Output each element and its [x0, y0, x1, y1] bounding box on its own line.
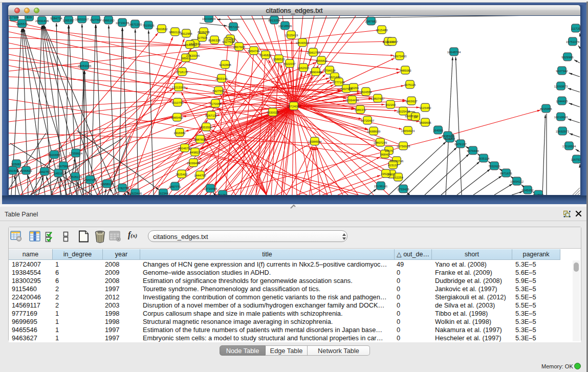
svg-text:14099489: 14099489	[187, 162, 201, 165]
svg-text:20975867: 20975867	[57, 165, 71, 168]
svg-text:19384554: 19384554	[308, 140, 322, 143]
svg-text:2020655: 2020655	[48, 154, 60, 157]
svg-text:12213369: 12213369	[172, 86, 186, 89]
svg-text:8990448: 8990448	[310, 71, 322, 74]
svg-text:11923446: 11923446	[128, 192, 142, 195]
svg-text:1588520: 1588520	[273, 58, 285, 61]
svg-text:7170064: 7170064	[209, 102, 222, 105]
svg-text:10807487: 10807487	[371, 97, 385, 100]
svg-text:7515526: 7515526	[142, 24, 155, 27]
svg-text:18724007: 18724007	[287, 105, 301, 108]
svg-text:7955812: 7955812	[315, 59, 328, 62]
svg-text:10958127: 10958127	[100, 183, 114, 186]
svg-text:9329966: 9329966	[561, 56, 574, 59]
svg-text:2867608: 2867608	[233, 46, 245, 49]
svg-text:192344: 192344	[158, 192, 169, 195]
svg-text:9699695: 9699695	[419, 121, 431, 124]
svg-text:9777169: 9777169	[333, 81, 345, 84]
svg-text:839: 839	[27, 16, 32, 19]
svg-text:7625402: 7625402	[176, 173, 188, 176]
svg-text:7857224: 7857224	[227, 26, 239, 29]
svg-text:1965492: 1965492	[171, 116, 183, 119]
svg-text:1213967: 1213967	[386, 40, 398, 43]
svg-text:7386372: 7386372	[354, 108, 366, 112]
svg-text:8471676: 8471676	[500, 172, 512, 175]
svg-text:924509: 924509	[533, 193, 544, 195]
svg-text:8938923: 8938923	[442, 135, 454, 138]
svg-text:19218506: 19218506	[278, 25, 292, 28]
svg-text:117104: 117104	[9, 16, 19, 19]
svg-text:94670: 94670	[385, 149, 394, 152]
svg-text:1530023: 1530023	[267, 111, 279, 114]
svg-text:12325419: 12325419	[285, 34, 298, 37]
svg-text:12505135: 12505135	[69, 176, 82, 179]
svg-text:252254: 252254	[393, 176, 404, 179]
svg-text:8427552: 8427552	[212, 90, 225, 93]
svg-text:16033809: 16033809	[202, 17, 216, 20]
svg-text:1167533: 1167533	[571, 158, 580, 161]
svg-text:15692971: 15692971	[556, 130, 570, 133]
svg-text:12093873: 12093873	[554, 85, 568, 88]
svg-text:10046798: 10046798	[178, 147, 192, 150]
svg-text:10973493: 10973493	[393, 55, 407, 58]
svg-text:1353594: 1353594	[200, 126, 212, 129]
svg-text:9242848: 9242848	[219, 63, 231, 67]
svg-text:8912954: 8912954	[180, 32, 192, 35]
svg-text:7632621: 7632621	[488, 165, 500, 168]
svg-text:9115460: 9115460	[420, 106, 432, 110]
svg-text:1916682: 1916682	[173, 132, 186, 135]
svg-text:96840: 96840	[381, 153, 389, 156]
svg-text:19654923: 19654923	[401, 129, 415, 133]
svg-text:164095: 164095	[433, 129, 444, 132]
svg-text:9327508: 9327508	[222, 40, 234, 43]
svg-text:1405571: 1405571	[16, 23, 28, 26]
svg-text:3824554: 3824554	[360, 91, 372, 94]
svg-text:8267130: 8267130	[205, 114, 217, 117]
svg-text:1156829: 1156829	[20, 169, 33, 172]
svg-text:935081: 935081	[11, 163, 22, 166]
svg-text:1265357: 1265357	[62, 19, 75, 22]
svg-text:195221: 195221	[381, 172, 391, 176]
svg-text:9146821: 9146821	[259, 54, 272, 57]
svg-text:2087682: 2087682	[365, 20, 377, 23]
svg-text:14519: 14519	[54, 172, 63, 175]
svg-text:1615483: 1615483	[376, 29, 388, 32]
svg-text:20364436: 20364436	[345, 99, 359, 102]
svg-text:1010755: 1010755	[171, 101, 184, 104]
svg-text:1244415: 1244415	[556, 100, 568, 103]
svg-text:18640910: 18640910	[296, 41, 310, 45]
svg-text:10120746: 10120746	[390, 160, 404, 163]
svg-text:746266: 746266	[349, 86, 359, 90]
svg-text:6966160: 6966160	[102, 19, 115, 22]
svg-text:17359924: 17359924	[69, 152, 83, 155]
svg-text:10210643: 10210643	[554, 116, 568, 119]
svg-text:10756928: 10756928	[397, 145, 410, 148]
svg-text:1887833: 1887833	[194, 138, 206, 141]
svg-text:18807249: 18807249	[374, 141, 387, 144]
svg-text:415132: 415132	[388, 164, 399, 167]
svg-text:1733426: 1733426	[397, 188, 409, 191]
svg-text:7485063: 7485063	[399, 69, 411, 72]
svg-text:10654112: 10654112	[510, 180, 524, 183]
svg-text:8813054: 8813054	[268, 19, 280, 22]
svg-text:9860124: 9860124	[169, 31, 181, 34]
svg-text:9474444: 9474444	[467, 149, 479, 152]
svg-text:7663822: 7663822	[156, 28, 168, 31]
svg-text:84: 84	[414, 116, 418, 119]
svg-text:9457771: 9457771	[169, 185, 181, 188]
svg-text:6479197: 6479197	[454, 143, 467, 146]
svg-text:6794028: 6794028	[323, 69, 336, 72]
svg-text:1444793: 1444793	[194, 174, 206, 177]
svg-text:16961758: 16961758	[307, 51, 320, 54]
svg-text:16648784: 16648784	[447, 51, 461, 54]
svg-text:8215955: 8215955	[540, 107, 552, 111]
svg-text:8454749: 8454749	[248, 50, 260, 53]
svg-text:15136141: 15136141	[374, 185, 388, 188]
svg-text:1621072: 1621072	[329, 76, 341, 79]
svg-text:927508: 927508	[197, 36, 208, 39]
svg-text:15716485: 15716485	[204, 187, 217, 190]
svg-text:2803144: 2803144	[215, 77, 228, 80]
svg-text:10653267: 10653267	[75, 18, 89, 21]
svg-text:151361: 151361	[217, 193, 228, 195]
svg-text:98961: 98961	[182, 57, 190, 60]
